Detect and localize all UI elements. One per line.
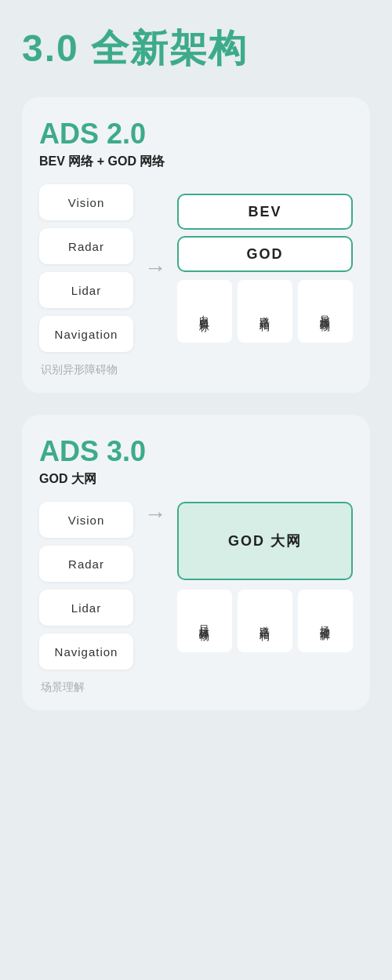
ads3-sub-target: 目标障碍物 xyxy=(177,590,232,652)
ads3-section: ADS 3.0 GOD 大网 Vision Radar Lidar Naviga… xyxy=(22,415,370,710)
ads3-sub-boxes: 目标障碍物 道路结构 场景理解 xyxy=(177,590,353,652)
ads2-god-box: GOD xyxy=(177,236,353,272)
ads3-sub-road: 道路结构 xyxy=(238,590,292,652)
ads2-sub-boxes: 白名单目标 道路结构 异形障碍物 xyxy=(177,280,353,343)
ads3-title: ADS 3.0 xyxy=(39,435,353,468)
ads3-input-lidar: Lidar xyxy=(39,590,133,626)
ads3-arrow: → xyxy=(144,502,166,527)
main-title: 3.0 全新架构 xyxy=(22,24,370,74)
ads2-input-vision: Vision xyxy=(39,184,133,220)
ads2-input-lidar: Lidar xyxy=(39,272,133,308)
ads3-right: GOD 大网 目标障碍物 道路结构 场景理解 xyxy=(177,502,353,652)
page: 3.0 全新架构 ADS 2.0 BEV 网络 + GOD 网络 Vision … xyxy=(0,0,392,980)
ads2-input-navigation: Navigation xyxy=(39,316,133,352)
ads2-input-radar: Radar xyxy=(39,228,133,264)
ads3-god-big: GOD 大网 xyxy=(177,502,353,580)
ads3-sub-scene: 场景理解 xyxy=(298,590,353,652)
ads3-footnote: 场景理解 xyxy=(39,681,353,695)
ads2-inputs: Vision Radar Lidar Navigation xyxy=(39,184,133,352)
ads3-subtitle: GOD 大网 xyxy=(39,471,353,488)
ads3-input-vision: Vision xyxy=(39,502,133,538)
ads2-arrow: → xyxy=(144,256,166,281)
ads2-subtitle: BEV 网络 + GOD 网络 xyxy=(39,154,353,170)
ads3-diagram: Vision Radar Lidar Navigation → GOD 大网 目… xyxy=(39,502,353,670)
ads2-title: ADS 2.0 xyxy=(39,118,353,151)
ads2-diagram: Vision Radar Lidar Navigation → BEV GOD … xyxy=(39,184,353,352)
ads2-outputs: BEV GOD 白名单目标 道路结构 异形障碍物 xyxy=(177,194,353,343)
ads2-sub-road: 道路结构 xyxy=(238,280,292,343)
ads2-sub-obstacle: 异形障碍物 xyxy=(298,280,353,343)
ads2-footnote: 识别异形障碍物 xyxy=(39,363,353,377)
ads3-inputs: Vision Radar Lidar Navigation xyxy=(39,502,133,670)
ads2-sub-whitelist: 白名单目标 xyxy=(177,280,232,343)
ads3-input-radar: Radar xyxy=(39,546,133,582)
ads2-bev-box: BEV xyxy=(177,194,353,230)
ads3-input-navigation: Navigation xyxy=(39,633,133,670)
ads2-section: ADS 2.0 BEV 网络 + GOD 网络 Vision Radar Lid… xyxy=(22,97,370,393)
